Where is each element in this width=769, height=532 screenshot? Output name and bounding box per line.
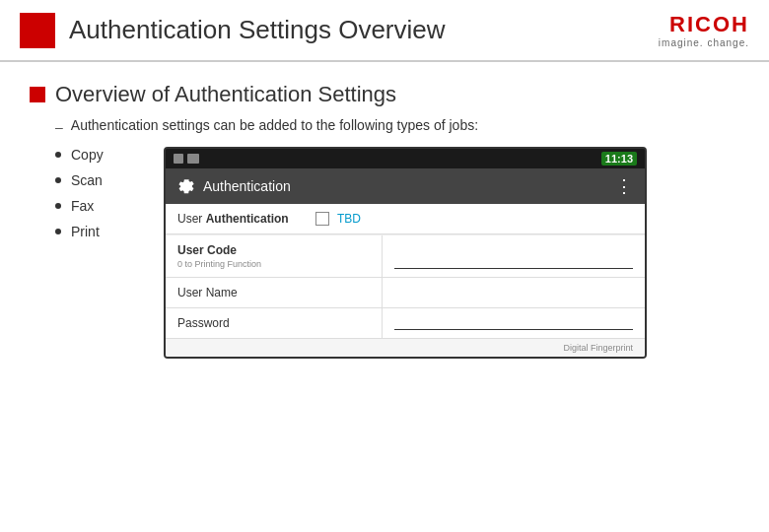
user-auth-label: User Authentication bbox=[177, 212, 315, 226]
form-footer: Digital Fingerprint bbox=[166, 339, 645, 357]
more-icon: ⋮ bbox=[615, 175, 633, 197]
app-bar: Authentication ⋮ bbox=[166, 168, 645, 204]
status-bar: 11:13 bbox=[166, 149, 645, 168]
bullet-dot-icon bbox=[55, 229, 61, 234]
phone-mockup: 11:13 Authentication ⋮ User Authenticati… bbox=[164, 147, 647, 359]
user-code-sublabel: 0 to Printing Function bbox=[177, 259, 370, 269]
password-right bbox=[383, 308, 645, 338]
section-title-row: Overview of Authentication Settings bbox=[30, 82, 739, 107]
tbd-label: TBD bbox=[337, 212, 361, 226]
dash-icon: – bbox=[55, 119, 63, 135]
section-square-icon bbox=[30, 87, 45, 102]
password-left: Password bbox=[166, 308, 383, 338]
sub-description-text: Authentication settings can be added to … bbox=[71, 117, 478, 133]
list-item: Print bbox=[55, 224, 134, 239]
bullet-dot-icon bbox=[55, 177, 61, 183]
form-row-user-auth: User Authentication TBD bbox=[166, 204, 645, 234]
page-title: Authentication Settings Overview bbox=[69, 15, 659, 45]
status-bar-left bbox=[174, 154, 199, 164]
user-code-label: User Code bbox=[177, 243, 370, 257]
main-content: Overview of Authentication Settings – Au… bbox=[0, 62, 769, 378]
list-item: Copy bbox=[55, 147, 134, 163]
password-input-line[interactable] bbox=[394, 329, 633, 330]
ricoh-logo-text: RICOH bbox=[669, 12, 749, 37]
bullet-list: Copy Scan Fax Print bbox=[55, 147, 134, 359]
ricoh-square-icon bbox=[20, 13, 55, 48]
user-code-input-line[interactable] bbox=[394, 268, 633, 269]
gear-icon bbox=[177, 177, 195, 195]
form-row-user-code: User Code 0 to Printing Function bbox=[166, 235, 645, 278]
bullet-dot-icon bbox=[55, 203, 61, 209]
user-code-left: User Code 0 to Printing Function bbox=[166, 235, 383, 277]
app-bar-title: Authentication bbox=[203, 178, 291, 194]
user-name-label: User Name bbox=[177, 286, 370, 299]
list-item: Scan bbox=[55, 172, 134, 188]
app-bar-left: Authentication bbox=[177, 177, 291, 195]
section-title-text: Overview of Authentication Settings bbox=[55, 82, 396, 107]
list-item: Fax bbox=[55, 198, 134, 214]
footer-text: Digital Fingerprint bbox=[563, 343, 633, 353]
sim-icon bbox=[174, 154, 183, 164]
password-label: Password bbox=[177, 316, 370, 330]
user-auth-content: TBD bbox=[315, 212, 633, 226]
form-row-password: Password bbox=[166, 308, 645, 339]
bullet-dot-icon bbox=[55, 152, 61, 158]
form-area: User Authentication TBD User Code 0 to P… bbox=[166, 204, 645, 357]
two-col-layout: Copy Scan Fax Print 1 bbox=[55, 147, 739, 359]
form-row-user-name: User Name bbox=[166, 278, 645, 308]
ricoh-logo: RICOH imagine. change. bbox=[659, 12, 749, 48]
status-time: 11:13 bbox=[601, 152, 637, 166]
user-name-right bbox=[383, 278, 645, 307]
user-name-left: User Name bbox=[166, 278, 383, 307]
wifi-icon bbox=[187, 154, 199, 164]
sub-description-row: – Authentication settings can be added t… bbox=[55, 117, 739, 135]
page-header: Authentication Settings Overview RICOH i… bbox=[0, 0, 769, 62]
ricoh-tagline: imagine. change. bbox=[659, 37, 749, 48]
user-code-right bbox=[383, 235, 645, 277]
user-auth-checkbox[interactable] bbox=[315, 212, 329, 226]
